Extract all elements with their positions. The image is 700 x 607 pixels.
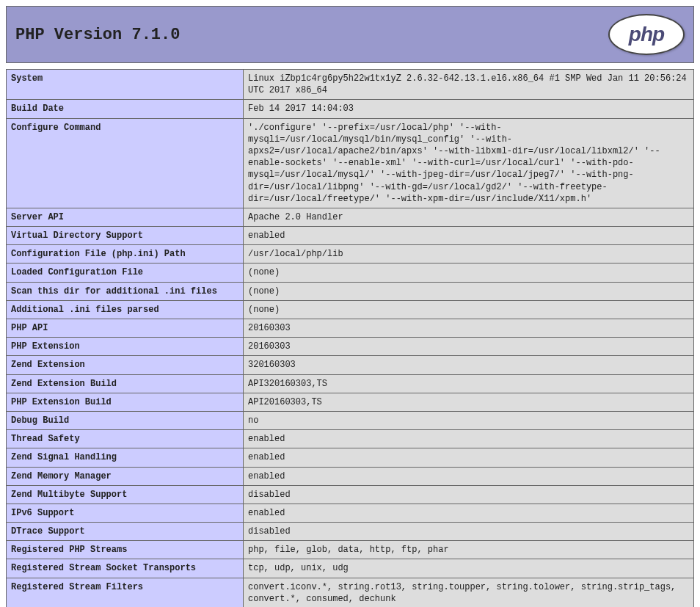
row-label: PHP Extension Build: [7, 393, 244, 411]
row-label: PHP Extension: [7, 338, 244, 356]
row-value: disabled: [244, 485, 694, 504]
row-value: API20160303,TS: [244, 393, 694, 411]
row-value: 20160303: [244, 319, 694, 338]
row-label: Zend Extension: [7, 356, 244, 374]
table-row: Zend Signal Handlingenabled: [7, 448, 694, 467]
row-value: enabled: [244, 448, 694, 467]
row-label: Zend Extension Build: [7, 374, 244, 393]
row-value: enabled: [244, 227, 694, 245]
row-label: Debug Build: [7, 411, 244, 429]
row-value: API320160303,TS: [244, 374, 694, 393]
row-label: DTrace Support: [7, 523, 244, 541]
row-value: tcp, udp, unix, udg: [244, 559, 694, 578]
row-label: Additional .ini files parsed: [7, 300, 244, 319]
table-row: Registered Stream Filtersconvert.iconv.*…: [7, 578, 694, 607]
table-row: Registered PHP Streamsphp, file, glob, d…: [7, 541, 694, 559]
table-row: Server APIApache 2.0 Handler: [7, 208, 694, 226]
row-value: enabled: [244, 430, 694, 448]
table-row: Debug Buildno: [7, 411, 694, 429]
table-row: Zend Multibyte Supportdisabled: [7, 485, 694, 504]
php-logo-text: php: [629, 23, 664, 46]
table-row: SystemLinux iZbp1c4rg6py5h22w1tx1yZ 2.6.…: [7, 70, 694, 100]
row-value: 20160303: [244, 338, 694, 356]
table-row: Scan this dir for additional .ini files(…: [7, 282, 694, 300]
row-value: php, file, glob, data, http, ftp, phar: [244, 541, 694, 559]
table-row: Zend Extension BuildAPI320160303,TS: [7, 374, 694, 393]
table-row: DTrace Supportdisabled: [7, 523, 694, 541]
row-label: Registered PHP Streams: [7, 541, 244, 559]
row-label: Configure Command: [7, 118, 244, 208]
phpinfo-table: SystemLinux iZbp1c4rg6py5h22w1tx1yZ 2.6.…: [6, 69, 694, 607]
row-label: System: [7, 70, 244, 100]
row-label: Zend Signal Handling: [7, 448, 244, 467]
row-value: convert.iconv.*, string.rot13, string.to…: [244, 578, 694, 607]
row-label: Thread Safety: [7, 430, 244, 448]
table-row: PHP Extension20160303: [7, 338, 694, 356]
table-row: IPv6 Supportenabled: [7, 504, 694, 522]
row-value: './configure' '--prefix=/usr/local/php' …: [244, 118, 694, 208]
row-value: Feb 14 2017 14:04:03: [244, 100, 694, 118]
row-value: (none): [244, 300, 694, 319]
row-value: /usr/local/php/lib: [244, 245, 694, 263]
row-value: Linux iZbp1c4rg6py5h22w1tx1yZ 2.6.32-642…: [244, 70, 694, 100]
row-label: Scan this dir for additional .ini files: [7, 282, 244, 300]
row-label: Virtual Directory Support: [7, 227, 244, 245]
phpinfo-header: PHP Version 7.1.0 php: [6, 6, 694, 63]
row-value: 320160303: [244, 356, 694, 374]
page-title: PHP Version 7.1.0: [15, 26, 180, 44]
table-row: Build DateFeb 14 2017 14:04:03: [7, 100, 694, 118]
table-row: Configure Command'./configure' '--prefix…: [7, 118, 694, 208]
row-label: Zend Multibyte Support: [7, 485, 244, 504]
table-row: PHP API20160303: [7, 319, 694, 338]
table-row: Configuration File (php.ini) Path/usr/lo…: [7, 245, 694, 263]
table-row: Zend Extension320160303: [7, 356, 694, 374]
row-value: enabled: [244, 467, 694, 485]
table-row: Registered Stream Socket Transportstcp, …: [7, 559, 694, 578]
table-row: Virtual Directory Supportenabled: [7, 227, 694, 245]
row-value: enabled: [244, 504, 694, 522]
row-label: Server API: [7, 208, 244, 226]
row-label: Build Date: [7, 100, 244, 118]
table-row: PHP Extension BuildAPI20160303,TS: [7, 393, 694, 411]
table-row: Zend Memory Managerenabled: [7, 467, 694, 485]
row-label: Registered Stream Filters: [7, 578, 244, 607]
row-value: Apache 2.0 Handler: [244, 208, 694, 226]
table-row: Loaded Configuration File(none): [7, 263, 694, 282]
row-label: Loaded Configuration File: [7, 263, 244, 282]
table-row: Additional .ini files parsed(none): [7, 300, 694, 319]
row-label: IPv6 Support: [7, 504, 244, 522]
row-value: (none): [244, 282, 694, 300]
row-label: Configuration File (php.ini) Path: [7, 245, 244, 263]
row-value: (none): [244, 263, 694, 282]
row-label: PHP API: [7, 319, 244, 338]
table-row: Thread Safetyenabled: [7, 430, 694, 448]
row-value: no: [244, 411, 694, 429]
row-label: Zend Memory Manager: [7, 467, 244, 485]
row-value: disabled: [244, 523, 694, 541]
php-logo-icon: php: [608, 14, 685, 55]
row-label: Registered Stream Socket Transports: [7, 559, 244, 578]
